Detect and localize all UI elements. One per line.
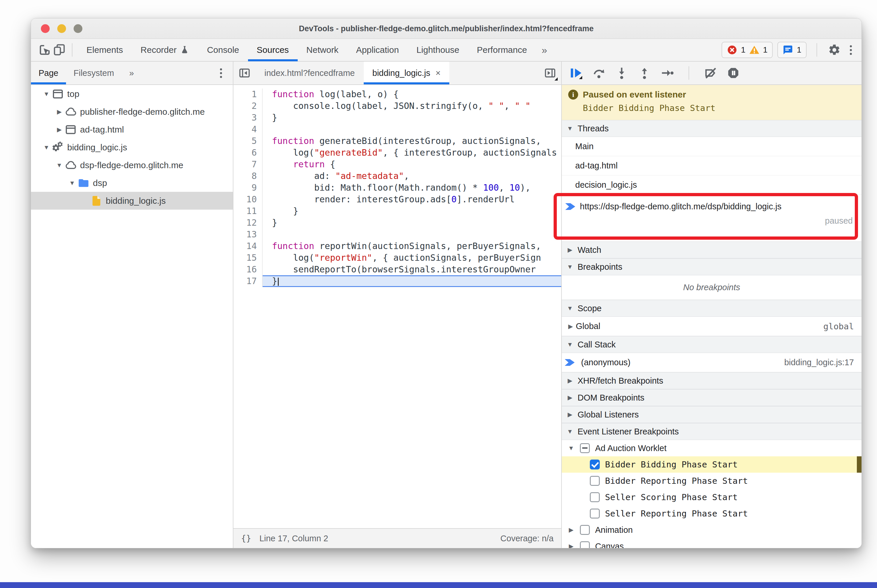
line-number[interactable]: 17 [233,275,263,287]
line-number[interactable]: 14 [233,240,263,252]
close-icon[interactable]: × [436,68,441,78]
section-threads[interactable]: ▼ Threads [562,120,862,137]
tree-expand-arrow[interactable]: ▼ [67,180,77,186]
section-call-stack[interactable]: ▼ Call Stack [562,336,862,353]
device-toolbar-icon[interactable] [52,43,66,57]
more-options-kebab-icon[interactable] [846,49,855,51]
line-number[interactable]: 3 [233,112,263,123]
code-editor[interactable]: 1function log(label, o) {2 console.log(l… [233,85,561,528]
line-number[interactable]: 12 [233,217,263,229]
code-line-current[interactable]: 17} [233,275,561,287]
step-into-icon[interactable] [615,66,629,80]
breakpoint-seller-scoring-phase-start[interactable]: Seller Scoring Phase Start [562,489,862,506]
code-line[interactable]: 12} [233,217,561,229]
line-number[interactable]: 4 [233,123,263,135]
breakpoint-group-animation[interactable]: ▶Animation [562,522,862,538]
navigator-more-tabs-button[interactable]: » [122,62,141,84]
tab-performance[interactable]: Performance [468,39,536,61]
code-line[interactable]: 15 log("reportWin", { auctionSignals, pe… [233,252,561,264]
code-line[interactable]: 14function reportWin(auctionSignals, per… [233,240,561,252]
resume-icon[interactable] [569,66,583,80]
line-number[interactable]: 6 [233,147,263,159]
thread-row-ad-tag-html[interactable]: ad-tag.html [562,156,862,176]
section-watch[interactable]: ▶ Watch [562,242,862,258]
tree-item-dsp[interactable]: ▼dsp [31,174,233,192]
section-scope[interactable]: ▼ Scope [562,300,862,317]
settings-gear-icon[interactable] [827,43,842,57]
tree-expand-arrow[interactable]: ▼ [42,90,51,98]
section-global-listeners[interactable]: ▶ Global Listeners [562,406,862,423]
more-panels-button[interactable]: » [536,44,553,56]
code-line[interactable]: 3} [233,112,561,123]
line-number[interactable]: 9 [233,182,263,194]
tree-item-bidding-logic-js[interactable]: ▼bidding_logic.js [31,138,233,156]
tree-expand-arrow[interactable]: ▶ [568,543,575,548]
tree-expand-arrow[interactable]: ▼ [42,144,51,151]
line-number[interactable]: 2 [233,100,263,112]
navigator-kebab-icon[interactable] [217,62,233,84]
pause-on-exceptions-icon[interactable] [727,66,740,80]
scope-global-row[interactable]: ▶ Global global [562,317,862,336]
navigator-tab-filesystem[interactable]: Filesystem [66,62,122,84]
step-icon[interactable] [660,66,674,80]
checkbox[interactable] [580,541,590,548]
code-line[interactable]: 7 return { [233,159,561,170]
checkbox[interactable] [580,443,590,453]
tree-item-publisher-fledge-demo-glitch-me[interactable]: ▶publisher-fledge-demo.glitch.me [31,103,233,121]
line-number[interactable]: 8 [233,170,263,182]
code-line[interactable]: 1function log(label, o) { [233,88,561,100]
code-line[interactable]: 11 } [233,205,561,217]
step-out-icon[interactable] [638,66,651,80]
code-line[interactable]: 16 sendReportTo(browserSignals.interestG… [233,264,561,275]
tab-lighthouse[interactable]: Lighthouse [408,39,468,61]
errors-warnings-badge[interactable]: 1 1 [722,42,773,58]
deactivate-breakpoints-icon[interactable] [704,66,717,80]
code-line[interactable]: 13 [233,229,561,240]
code-line[interactable]: 9 bid: Math.floor(Math.random() * 100, 1… [233,182,561,194]
breakpoint-bidder-bidding-phase-start[interactable]: Bidder Bidding Phase Start [562,456,862,472]
checkbox[interactable] [590,492,600,502]
code-line[interactable]: 8 ad: "ad-metadata", [233,170,561,182]
tab-console[interactable]: Console [198,39,248,61]
line-number[interactable]: 10 [233,194,263,205]
checkbox[interactable] [590,459,600,470]
checkbox[interactable] [590,476,600,486]
breakpoint-seller-reporting-phase-start[interactable]: Seller Reporting Phase Start [562,506,862,522]
code-line[interactable]: 6 log("generateBid", { interestGroup, au… [233,147,561,159]
code-line[interactable]: 4 [233,123,561,135]
tree-expand-arrow[interactable]: ▼ [54,162,64,169]
breakpoint-bidder-reporting-phase-start[interactable]: Bidder Reporting Phase Start [562,472,862,489]
tree-expand-arrow[interactable]: ▶ [54,126,64,133]
tab-elements[interactable]: Elements [78,39,132,61]
tab-network[interactable]: Network [298,39,347,61]
pretty-print-icon[interactable]: {} [241,533,251,543]
section-breakpoints[interactable]: ▼ Breakpoints [562,258,862,275]
editor-tab-index-html-fencedframe[interactable]: index.html?fencedframe [256,62,364,84]
show-debugger-panel-icon[interactable] [542,65,558,81]
tab-sources[interactable]: Sources [248,39,298,61]
hide-navigator-icon[interactable] [236,65,253,81]
line-number[interactable]: 13 [233,229,263,240]
tree-item-dsp-fledge-demo-glitch-me[interactable]: ▼dsp-fledge-demo.glitch.me [31,156,233,174]
code-line[interactable]: 2 console.log(label, JSON.stringify(o, "… [233,100,561,112]
code-line[interactable]: 5function generateBid(interestGroup, auc… [233,135,561,147]
tree-expand-arrow[interactable]: ▶ [568,526,575,533]
section-event-listener-breakpoints[interactable]: ▼ Event Listener Breakpoints [562,423,862,440]
line-number[interactable]: 1 [233,88,263,100]
section-xhr-breakpoints[interactable]: ▶ XHR/fetch Breakpoints [562,372,862,389]
thread-row-active[interactable]: https://dsp-fledge-demo.glitch.me/dsp/bi… [562,195,862,242]
line-number[interactable]: 16 [233,264,263,275]
editor-tab-bidding-logic-js[interactable]: bidding_logic.js× [364,62,450,84]
tree-expand-arrow[interactable]: ▶ [54,108,64,116]
tab-application[interactable]: Application [347,39,408,61]
inspect-element-icon[interactable] [38,43,52,57]
navigator-tab-page[interactable]: Page [31,62,66,84]
checkbox[interactable] [580,525,590,535]
tree-item-top[interactable]: ▼top [31,85,233,103]
code-line[interactable]: 10 render: interestGroup.ads[0].renderUr… [233,194,561,205]
step-over-icon[interactable] [592,66,606,80]
breakpoint-group-ad-auction-worklet[interactable]: ▼Ad Auction Worklet [562,440,862,456]
section-dom-breakpoints[interactable]: ▶ DOM Breakpoints [562,389,862,406]
line-number[interactable]: 5 [233,135,263,147]
checkbox[interactable] [590,508,600,519]
